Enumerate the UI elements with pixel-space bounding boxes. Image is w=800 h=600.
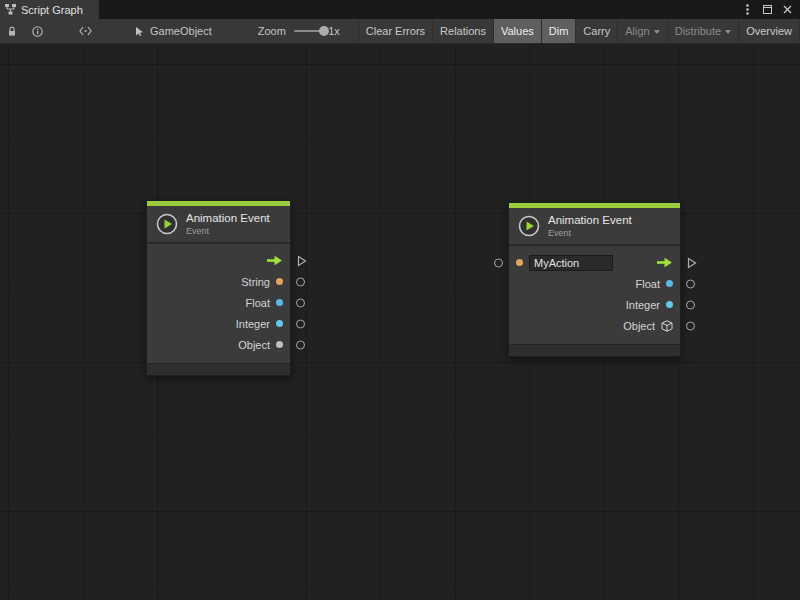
float-output-port[interactable] <box>686 279 695 288</box>
port-row-object: Object <box>509 315 680 336</box>
node-footer <box>147 363 290 375</box>
graph-icon <box>5 4 16 15</box>
zoom-slider-handle[interactable] <box>319 26 329 36</box>
string-output-port[interactable] <box>296 277 305 286</box>
event-play-icon <box>156 213 178 235</box>
dim-toggle[interactable]: Dim <box>541 19 576 43</box>
distribute-dropdown[interactable]: Distribute <box>667 19 738 43</box>
event-play-icon <box>518 215 540 237</box>
info-icon[interactable] <box>32 26 43 37</box>
integer-output-port[interactable] <box>296 319 305 328</box>
align-dropdown[interactable]: Align <box>617 19 666 43</box>
port-row-float: Float <box>147 292 290 313</box>
zoom-label: Zoom <box>258 25 286 37</box>
node-animation-event-2[interactable]: Animation Event Event Float <box>508 202 681 357</box>
tab-title: Script Graph <box>21 4 83 16</box>
flow-output-row <box>147 250 290 271</box>
zoom-value: 1x <box>328 25 340 37</box>
node-title: Animation Event <box>548 214 632 226</box>
carry-toggle[interactable]: Carry <box>575 19 617 43</box>
relations-button[interactable]: Relations <box>432 19 493 43</box>
chevron-down-icon <box>654 30 660 34</box>
flow-output-port[interactable] <box>687 257 697 269</box>
node-subtitle: Event <box>186 226 270 236</box>
object-output-port[interactable] <box>686 321 695 330</box>
float-dot-icon <box>666 280 673 287</box>
node-header[interactable]: Animation Event Event <box>147 206 290 244</box>
flow-output-port[interactable] <box>297 255 307 267</box>
port-row-integer: Integer <box>509 294 680 315</box>
toolbar: GameObject Zoom 1x Clear Errors Relation… <box>0 19 800 44</box>
window-controls <box>739 0 800 19</box>
object-output-port[interactable] <box>296 340 305 349</box>
flow-arrow-icon <box>656 257 673 268</box>
port-row-string: String <box>147 271 290 292</box>
name-input-row <box>509 252 680 273</box>
overview-button[interactable]: Overview <box>738 19 800 43</box>
chevron-down-icon <box>725 30 731 34</box>
port-row-float: Float <box>509 273 680 294</box>
port-row-object: Object <box>147 334 290 355</box>
node-title: Animation Event <box>186 212 270 224</box>
port-row-integer: Integer <box>147 313 290 334</box>
node-body: Float Integer Object <box>509 246 680 344</box>
gameobject-reference[interactable]: GameObject <box>134 25 212 37</box>
menu-icon[interactable] <box>739 2 755 18</box>
values-toggle[interactable]: Values <box>493 19 541 43</box>
lock-icon[interactable] <box>7 26 17 37</box>
zoom-slider[interactable] <box>294 24 323 38</box>
toolbar-buttons: Clear Errors Relations Values Dim Carry … <box>358 19 800 43</box>
graph-canvas[interactable]: Animation Event Event String Float <box>0 44 800 600</box>
node-subtitle: Event <box>548 228 632 238</box>
node-animation-event-1[interactable]: Animation Event Event String Float <box>146 200 291 376</box>
close-icon[interactable] <box>779 2 795 18</box>
action-name-field[interactable] <box>529 255 613 271</box>
cube-icon <box>661 320 673 332</box>
tab-bar: Script Graph <box>0 0 800 19</box>
float-output-port[interactable] <box>296 298 305 307</box>
gameobject-label: GameObject <box>150 25 212 37</box>
node-footer <box>509 344 680 356</box>
code-icon[interactable] <box>79 26 92 36</box>
flow-arrow-icon <box>266 255 283 266</box>
node-header[interactable]: Animation Event Event <box>509 208 680 246</box>
clear-errors-button[interactable]: Clear Errors <box>358 19 432 43</box>
integer-dot-icon <box>666 301 673 308</box>
object-dot-icon <box>276 341 283 348</box>
string-dot-icon <box>516 259 523 266</box>
tab-script-graph[interactable]: Script Graph <box>0 0 99 19</box>
integer-dot-icon <box>276 320 283 327</box>
string-input-port[interactable] <box>494 258 503 267</box>
integer-output-port[interactable] <box>686 300 695 309</box>
maximize-icon[interactable] <box>759 2 775 18</box>
string-dot-icon <box>276 278 283 285</box>
float-dot-icon <box>276 299 283 306</box>
node-body: String Float Integer Object <box>147 244 290 363</box>
gameobject-icon <box>134 26 145 37</box>
